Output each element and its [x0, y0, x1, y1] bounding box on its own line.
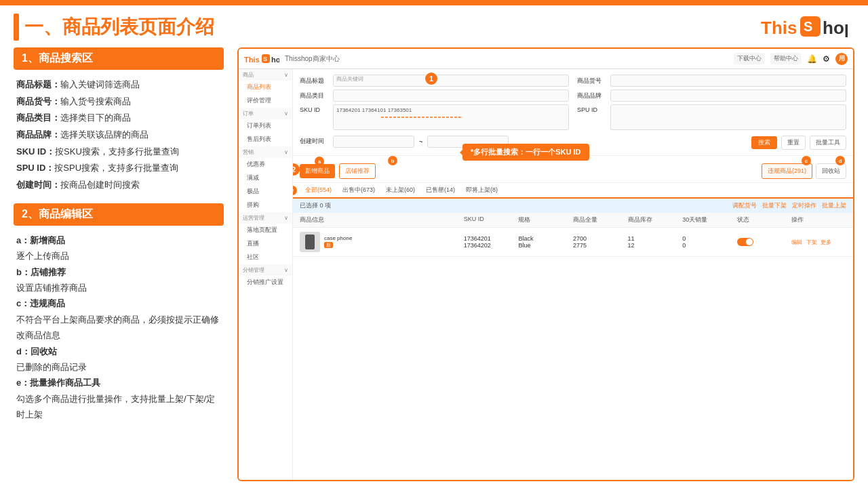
mock-tabs: e 全部(554) 出售中(673) 未上架(60) 已售罄(14) 即将上架(…: [293, 183, 853, 199]
search-input-date-start[interactable]: [333, 136, 414, 148]
search-button[interactable]: 搜索: [751, 136, 777, 149]
svg-text:hop: hop: [271, 56, 279, 64]
sidebar-item-community[interactable]: 社区: [239, 251, 292, 264]
td-total: 2700 2775: [573, 235, 628, 249]
desc-item-sku: SKU ID：按SKU搜索，支持多行批量查询: [16, 144, 224, 161]
recycle-button[interactable]: 回收站: [816, 163, 846, 179]
sidebar-item-product-list[interactable]: 商品列表: [239, 81, 292, 94]
desc2-item-c: c：违规商品: [16, 296, 224, 311]
batch-action-scheduled[interactable]: 定时操作: [792, 201, 816, 210]
tab-sold-out[interactable]: 已售罄(14): [420, 183, 460, 199]
sku-id-2: 17364202: [464, 242, 519, 249]
search-label-brand: 商品品牌: [577, 92, 608, 100]
search-input-category[interactable]: [333, 89, 569, 102]
desc-key-title: 商品标题：: [16, 79, 60, 89]
batch-action-publish[interactable]: 批量上架: [822, 201, 846, 210]
sidebar-group-marketing: 营销 ∨: [239, 146, 292, 158]
batch-action-takeoff[interactable]: 批量下架: [762, 201, 787, 210]
annotation-2-badge: 2: [293, 163, 300, 176]
svg-text:This: This: [761, 18, 797, 38]
mock-table: 商品信息 SKU ID 规格 商品全量 商品库存 30天销量 状态 操作: [293, 213, 853, 480]
status-toggle[interactable]: [737, 238, 753, 246]
svg-text:This: This: [244, 56, 260, 64]
op-takeoff[interactable]: 下架: [806, 239, 817, 245]
sidebar-item-aftersale[interactable]: 售后列表: [239, 133, 292, 146]
mock-topbar-right: 下载中心 帮助中心 🔔 ⚙ 用: [734, 53, 848, 65]
desc-key-number: 商品货号：: [16, 96, 60, 106]
desc-val-spu: 按SPU搜索，支持多行批量查询: [54, 163, 178, 173]
add-product-button[interactable]: 新增商品: [300, 164, 335, 178]
svg-text:S: S: [263, 56, 267, 62]
sidebar-item-landing[interactable]: 落地页配置: [239, 224, 292, 237]
search-input-spu[interactable]: [610, 104, 846, 130]
callout-a-badge: a: [315, 157, 324, 166]
tab-all[interactable]: 全部(554): [300, 183, 337, 199]
sidebar-item-live[interactable]: 直播: [239, 237, 292, 251]
batch-action-adjust[interactable]: 调配货号: [732, 201, 757, 210]
search-label-category: 商品类目: [300, 92, 330, 100]
download-center-btn[interactable]: 下载中心: [734, 53, 765, 64]
search-row-number: 商品货号: [577, 75, 846, 87]
selected-count: 已选择 0 项: [300, 201, 331, 210]
desc2-desc-a: 逐个上传商品: [16, 248, 224, 264]
product-thumbnail: [300, 232, 320, 252]
sidebar-item-coupon[interactable]: 优惠券: [239, 158, 292, 171]
right-panel: This S hop Thisshop商家中心 下载中心 帮助中心 🔔 ⚙ 用 …: [237, 47, 854, 481]
desc2-item-e: e：批量操作商品工具: [16, 375, 224, 390]
sidebar-group-ops-arrow: ∨: [284, 215, 288, 221]
desc-item-title: 商品标题：输入关键词筛选商品: [16, 77, 224, 94]
desc2-item-b: b：店铺推荐: [16, 264, 224, 280]
td-sku: 17364201 17364202: [464, 235, 519, 249]
section1-desc-list: 商品标题：输入关键词筛选商品 商品货号：输入货号搜索商品 商品类目：选择类目下的…: [14, 77, 224, 194]
sidebar-item-review[interactable]: 评价管理: [239, 94, 292, 108]
search-row-brand: 商品品牌: [577, 89, 846, 102]
td-stock: 11 12: [628, 235, 683, 249]
sidebar-group-operations: 运营管理 ∨: [239, 212, 292, 224]
batch-info-bar: 已选择 0 项 调配货号 批量下架 定时操作 批量上架: [293, 199, 853, 213]
th-ops: 操作: [791, 216, 846, 224]
desc-item-date: 创建时间：按商品创建时间搜索: [16, 177, 224, 194]
product-name-area: case phone 新: [324, 235, 352, 249]
op-edit[interactable]: 编辑: [791, 239, 802, 245]
spec-1: Black: [518, 235, 573, 242]
op-more[interactable]: 更多: [821, 239, 831, 245]
sidebar-item-group[interactable]: 拼购: [239, 199, 292, 212]
sidebar-item-order-list[interactable]: 订单列表: [239, 119, 292, 133]
stock-1: 11: [628, 235, 683, 242]
mock-sidebar: 商品 ∨ 商品列表 评价管理 订单 ∨ 订单列表 售后列表 营销 ∨ 优惠券 满…: [239, 69, 293, 480]
title-accent-bar: [14, 14, 19, 41]
sidebar-item-discount[interactable]: 满减: [239, 171, 292, 185]
table-header: 商品信息 SKU ID 规格 商品全量 商品库存 30天销量 状态 操作: [293, 213, 853, 228]
tab-upcoming[interactable]: 即将上架(8): [460, 183, 503, 199]
search-input-brand[interactable]: [610, 89, 846, 102]
th-stock: 商品库存: [628, 216, 683, 224]
sidebar-group-dist-label: 分销管理: [243, 266, 264, 274]
th-sku-id: SKU ID: [464, 216, 519, 224]
total-2: 2775: [573, 242, 628, 249]
left-panel: 1、商品搜索区 商品标题：输入关键词筛选商品 商品货号：输入货号搜索商品 商品类…: [14, 47, 224, 481]
product-name: case phone: [324, 235, 352, 241]
desc-val-category: 选择类目下的商品: [60, 113, 131, 123]
search-label-number: 商品货号: [577, 77, 608, 85]
help-center-btn[interactable]: 帮助中心: [770, 53, 802, 64]
search-input-title[interactable]: 商品关键词: [333, 75, 569, 87]
desc-val-number: 输入货号搜索商品: [60, 96, 131, 106]
sidebar-item-dist-promo[interactable]: 分销推广设置: [239, 276, 292, 289]
batch-tool-button[interactable]: 批量工具: [810, 136, 846, 150]
tab-onsale[interactable]: 出售中(673): [337, 183, 380, 199]
tab-not-listed[interactable]: 未上架(60): [380, 183, 420, 199]
td-operations: 编辑 下架 更多: [791, 239, 846, 246]
sidebar-group-marketing-arrow: ∨: [284, 149, 288, 155]
section1-heading: 1、商品搜索区: [14, 47, 224, 70]
violation-button[interactable]: 违规商品(291): [762, 163, 812, 179]
reset-button[interactable]: 重置: [781, 136, 806, 150]
td-sales: 0 0: [682, 235, 737, 249]
search-input-number[interactable]: [610, 75, 846, 87]
desc2-item-a: a：新增商品: [16, 232, 224, 248]
desc-key-sku: SKU ID：: [16, 146, 55, 157]
section2-heading-text: 2、商品编辑区: [22, 207, 93, 222]
desc-item-brand: 商品品牌：选择关联该品牌的商品: [16, 127, 224, 144]
user-avatar[interactable]: 用: [835, 53, 848, 65]
sidebar-item-flash[interactable]: 极品: [239, 185, 292, 199]
shop-recommend-button[interactable]: 店铺推荐: [339, 163, 376, 179]
